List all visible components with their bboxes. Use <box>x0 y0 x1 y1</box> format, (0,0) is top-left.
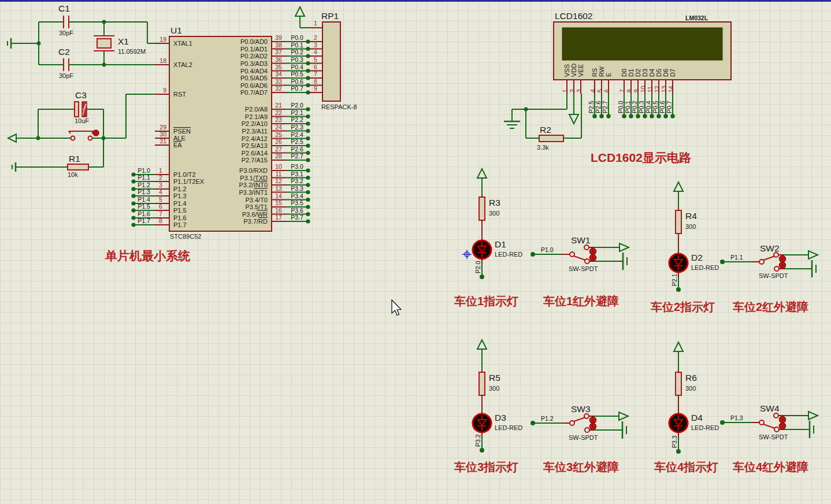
pin-name: P0.2/AD2 <box>240 53 268 60</box>
net-label: P0.3 <box>638 101 645 113</box>
x1-value: 11.0592M <box>118 48 146 55</box>
pin-name: E <box>605 73 612 77</box>
c3-ref: C3 <box>75 90 87 100</box>
net-label: P0.7 <box>666 101 673 113</box>
pin-name: VDD <box>570 64 577 77</box>
pin-number: 14 <box>667 86 674 92</box>
oscillator-circuit: C1 30pF C2 30pF X1 11.0592M <box>8 3 155 79</box>
power-arrow-up[interactable] <box>295 7 305 16</box>
net-label: P1.3 <box>730 414 743 421</box>
ground-terminal[interactable] <box>810 421 814 438</box>
pin-name: RS <box>591 68 598 77</box>
junction-dot <box>650 114 654 118</box>
pin-number: 13 <box>275 185 282 192</box>
power-arrow-right[interactable] <box>808 251 818 259</box>
ground-terminal[interactable] <box>812 260 816 277</box>
pin-number: 32 <box>275 85 282 92</box>
junction-dot <box>306 168 310 172</box>
led-ref: D4 <box>691 413 703 423</box>
power-arrow-up[interactable] <box>477 340 487 349</box>
lcd-part: LM032L <box>685 14 708 21</box>
mcu-p3-pins: 10P3.0P3.0/RXD11P3.1P3.1/TXD12P3.2P3.2/I… <box>239 163 310 225</box>
pin-number: 7 <box>619 89 626 92</box>
net-label: P2.2 <box>291 116 303 123</box>
resistor-r1[interactable] <box>68 164 88 170</box>
junction-dot <box>306 151 310 155</box>
resistor-r5[interactable] <box>479 372 485 395</box>
junction-dot <box>676 449 681 454</box>
net-label: P0.7 <box>291 85 303 92</box>
ground-terminal[interactable] <box>8 38 11 49</box>
switch-lever[interactable] <box>574 417 585 421</box>
net-label: P0.2 <box>291 49 303 55</box>
power-arrow-right[interactable] <box>808 412 818 420</box>
power-arrow-up[interactable] <box>674 182 683 191</box>
pin-name: D4 <box>648 69 655 77</box>
switch-pole <box>759 260 764 264</box>
crystal-x1[interactable] <box>94 36 114 51</box>
power-arrow-right[interactable] <box>619 412 628 420</box>
pin-name: P0.1/AD1 <box>240 46 268 53</box>
ground-terminal[interactable] <box>622 421 626 439</box>
led-type: LED-RED <box>691 424 719 431</box>
power-arrow-left[interactable] <box>8 134 16 142</box>
net-label: P1.1 <box>138 174 150 181</box>
respack-ref: RP1 <box>321 11 339 21</box>
junction-dot <box>306 121 310 125</box>
ground-terminal[interactable] <box>12 162 16 172</box>
pin-number: 2 <box>569 89 576 92</box>
parking-circuits: R3300D1LED-REDP2.0车位1指示灯P1.0SW1SW-SPDT车位… <box>454 169 818 473</box>
power-arrow-right[interactable] <box>619 243 629 251</box>
led-d4[interactable] <box>669 414 688 432</box>
net-label: P2.5 <box>588 101 595 113</box>
parking-slot-2: R4300D2LED-REDP2.1车位2指示灯P1.1SW2SW-SPDT车位… <box>651 182 818 313</box>
resistor-ref: R3 <box>489 198 500 207</box>
mcu-p0-pins: 39P0.0P0.0/AD0238P0.1P0.1/AD1337P0.2P0.2… <box>240 34 322 96</box>
c1-value: 30pF <box>59 29 73 36</box>
mcu-u1: U1 STC89C52 19XTAL118XTAL29RST29PSEN30AL… <box>131 25 322 240</box>
resistor-r2[interactable] <box>539 135 563 142</box>
pin-name: P0.0/AD0 <box>240 38 268 45</box>
net-label: P2.1 <box>671 273 678 286</box>
resistor-r4[interactable] <box>676 210 681 234</box>
capacitor-c3[interactable] <box>75 102 87 117</box>
ground-terminal[interactable] <box>504 121 520 128</box>
pin-name: P0.3/AD3 <box>240 60 268 67</box>
pin-number: 27 <box>275 146 282 153</box>
pin-number: 9 <box>314 85 317 92</box>
respack-body[interactable] <box>322 22 340 101</box>
resistor-r6[interactable] <box>676 372 681 395</box>
net-label: P2.6 <box>291 146 303 153</box>
proteus-schematic-canvas[interactable]: C1 30pF C2 30pF X1 11.0592M <box>0 0 831 504</box>
pin-number: 4 <box>589 89 596 92</box>
capacitor-c1[interactable] <box>64 16 69 28</box>
junction-dot <box>306 176 310 180</box>
capacitor-c2[interactable] <box>64 58 69 71</box>
net-label: P0.5 <box>652 101 659 113</box>
switch-lever[interactable] <box>763 424 775 428</box>
net-label: P0.1 <box>624 101 631 113</box>
resistor-r3[interactable] <box>479 197 485 220</box>
net-label: P0.1 <box>291 42 303 49</box>
lcd-circuit-caption: LCD1602显示电路 <box>591 151 691 164</box>
led-d3[interactable] <box>473 414 491 432</box>
net-label: P1.4 <box>138 196 150 203</box>
led-caption: 车位4指示灯 <box>654 461 718 473</box>
junction-dot <box>306 212 310 216</box>
power-arrow-up[interactable] <box>477 169 487 178</box>
switch-lever[interactable] <box>574 256 585 260</box>
switch-ref: SW1 <box>571 235 591 245</box>
net-label: P2.5 <box>291 138 303 145</box>
power-arrow-down[interactable] <box>569 114 578 124</box>
switch-lever[interactable] <box>763 256 775 260</box>
power-arrow-up[interactable] <box>674 342 683 351</box>
junction-dot <box>606 114 611 118</box>
pin-number: 31 <box>159 138 166 144</box>
net-label: P2.7 <box>291 153 303 160</box>
pin-name: P3.1/TXD <box>240 175 268 181</box>
ground-terminal[interactable] <box>623 253 627 270</box>
net-label: P1.6 <box>138 210 150 217</box>
net-label: P3.1 <box>291 171 303 177</box>
led-d1[interactable] <box>473 240 491 259</box>
led-d2[interactable] <box>669 254 688 272</box>
